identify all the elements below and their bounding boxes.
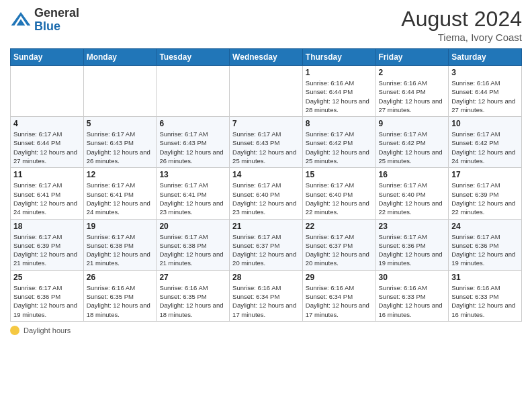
day-info: Sunrise: 6:17 AM Sunset: 6:36 PM Dayligh… [13, 283, 81, 319]
day-number: 4 [13, 119, 81, 128]
day-info: Sunrise: 6:17 AM Sunset: 6:42 PM Dayligh… [451, 130, 519, 165]
day-number: 24 [451, 222, 519, 231]
day-number: 28 [232, 273, 300, 282]
calendar-cell: 19Sunrise: 6:17 AM Sunset: 6:38 PM Dayli… [83, 219, 157, 270]
calendar-week-5: 25Sunrise: 6:17 AM Sunset: 6:36 PM Dayli… [11, 270, 522, 321]
calendar-cell: 31Sunrise: 6:16 AM Sunset: 6:33 PM Dayli… [449, 270, 522, 321]
day-number: 20 [159, 222, 226, 231]
calendar-cell: 26Sunrise: 6:16 AM Sunset: 6:35 PM Dayli… [83, 270, 157, 321]
day-info: Sunrise: 6:16 AM Sunset: 6:44 PM Dayligh… [306, 79, 373, 114]
day-number: 16 [379, 170, 446, 179]
day-number: 30 [379, 273, 446, 282]
calendar-header-row: SundayMondayTuesdayWednesdayThursdayFrid… [11, 49, 522, 66]
day-number: 7 [232, 119, 300, 128]
day-number: 22 [306, 222, 373, 231]
day-info: Sunrise: 6:17 AM Sunset: 6:39 PM Dayligh… [451, 181, 519, 216]
calendar-cell: 21Sunrise: 6:17 AM Sunset: 6:37 PM Dayli… [230, 219, 303, 270]
calendar-week-4: 18Sunrise: 6:17 AM Sunset: 6:39 PM Dayli… [11, 219, 522, 270]
day-number: 5 [87, 119, 154, 128]
day-info: Sunrise: 6:16 AM Sunset: 6:33 PM Dayligh… [451, 283, 519, 319]
day-number: 31 [451, 273, 519, 282]
day-info: Sunrise: 6:17 AM Sunset: 6:36 PM Dayligh… [379, 232, 446, 268]
calendar: SundayMondayTuesdayWednesdayThursdayFrid… [10, 48, 522, 322]
day-info: Sunrise: 6:17 AM Sunset: 6:41 PM Dayligh… [13, 181, 81, 216]
calendar-week-2: 4Sunrise: 6:17 AM Sunset: 6:44 PM Daylig… [11, 117, 522, 168]
calendar-cell: 30Sunrise: 6:16 AM Sunset: 6:33 PM Dayli… [375, 270, 449, 321]
day-info: Sunrise: 6:17 AM Sunset: 6:40 PM Dayligh… [232, 181, 300, 216]
calendar-cell: 25Sunrise: 6:17 AM Sunset: 6:36 PM Dayli… [11, 270, 84, 321]
weekday-header-saturday: Saturday [449, 49, 522, 66]
calendar-cell: 1Sunrise: 6:16 AM Sunset: 6:44 PM Daylig… [302, 66, 375, 117]
legend-sun-icon [10, 326, 19, 335]
day-info: Sunrise: 6:17 AM Sunset: 6:43 PM Dayligh… [87, 130, 154, 165]
day-number: 17 [451, 170, 519, 179]
day-info: Sunrise: 6:17 AM Sunset: 6:38 PM Dayligh… [159, 232, 226, 268]
weekday-header-tuesday: Tuesday [157, 49, 230, 66]
day-number: 13 [159, 170, 226, 179]
day-info: Sunrise: 6:17 AM Sunset: 6:37 PM Dayligh… [306, 232, 373, 268]
day-number: 2 [379, 68, 446, 77]
day-info: Sunrise: 6:17 AM Sunset: 6:43 PM Dayligh… [159, 130, 226, 165]
calendar-week-1: 1Sunrise: 6:16 AM Sunset: 6:44 PM Daylig… [11, 66, 522, 117]
calendar-cell: 15Sunrise: 6:17 AM Sunset: 6:40 PM Dayli… [302, 168, 375, 219]
day-number: 25 [13, 273, 81, 282]
calendar-cell: 4Sunrise: 6:17 AM Sunset: 6:44 PM Daylig… [11, 117, 84, 168]
day-info: Sunrise: 6:17 AM Sunset: 6:42 PM Dayligh… [379, 130, 446, 165]
day-info: Sunrise: 6:17 AM Sunset: 6:41 PM Dayligh… [87, 181, 154, 216]
weekday-header-thursday: Thursday [302, 49, 375, 66]
day-number: 15 [306, 170, 373, 179]
day-number: 27 [159, 273, 226, 282]
day-info: Sunrise: 6:17 AM Sunset: 6:43 PM Dayligh… [232, 130, 300, 165]
logo-text: General Blue [34, 7, 79, 34]
calendar-cell: 3Sunrise: 6:16 AM Sunset: 6:44 PM Daylig… [449, 66, 522, 117]
legend-label: Daylight hours [24, 326, 71, 334]
day-info: Sunrise: 6:17 AM Sunset: 6:37 PM Dayligh… [232, 232, 300, 268]
day-number: 11 [13, 170, 81, 179]
day-number: 8 [306, 119, 373, 128]
day-info: Sunrise: 6:17 AM Sunset: 6:42 PM Dayligh… [306, 130, 373, 165]
calendar-cell [230, 66, 303, 117]
day-info: Sunrise: 6:17 AM Sunset: 6:41 PM Dayligh… [159, 181, 226, 216]
location: Tiema, Ivory Coast [401, 32, 522, 43]
calendar-cell: 10Sunrise: 6:17 AM Sunset: 6:42 PM Dayli… [449, 117, 522, 168]
page: General Blue August 2024 Tiema, Ivory Co… [0, 0, 532, 411]
calendar-cell: 9Sunrise: 6:17 AM Sunset: 6:42 PM Daylig… [375, 117, 449, 168]
weekday-header-sunday: Sunday [11, 49, 84, 66]
calendar-cell [83, 66, 157, 117]
calendar-cell [157, 66, 230, 117]
day-info: Sunrise: 6:16 AM Sunset: 6:33 PM Dayligh… [379, 283, 446, 319]
calendar-cell: 7Sunrise: 6:17 AM Sunset: 6:43 PM Daylig… [230, 117, 303, 168]
logo-blue: Blue [34, 19, 60, 33]
calendar-cell: 2Sunrise: 6:16 AM Sunset: 6:44 PM Daylig… [375, 66, 449, 117]
legend: Daylight hours [10, 326, 522, 335]
calendar-cell: 20Sunrise: 6:17 AM Sunset: 6:38 PM Dayli… [157, 219, 230, 270]
day-number: 3 [451, 68, 519, 77]
calendar-cell: 11Sunrise: 6:17 AM Sunset: 6:41 PM Dayli… [11, 168, 84, 219]
day-number: 14 [232, 170, 300, 179]
calendar-cell: 13Sunrise: 6:17 AM Sunset: 6:41 PM Dayli… [157, 168, 230, 219]
day-info: Sunrise: 6:17 AM Sunset: 6:40 PM Dayligh… [306, 181, 373, 216]
calendar-cell: 6Sunrise: 6:17 AM Sunset: 6:43 PM Daylig… [157, 117, 230, 168]
day-number: 10 [451, 119, 519, 128]
day-info: Sunrise: 6:16 AM Sunset: 6:34 PM Dayligh… [232, 283, 300, 319]
logo-icon [10, 9, 32, 31]
calendar-cell: 28Sunrise: 6:16 AM Sunset: 6:34 PM Dayli… [230, 270, 303, 321]
day-number: 1 [306, 68, 373, 77]
calendar-cell: 24Sunrise: 6:17 AM Sunset: 6:36 PM Dayli… [449, 219, 522, 270]
calendar-cell: 23Sunrise: 6:17 AM Sunset: 6:36 PM Dayli… [375, 219, 449, 270]
calendar-cell: 27Sunrise: 6:16 AM Sunset: 6:35 PM Dayli… [157, 270, 230, 321]
calendar-cell: 29Sunrise: 6:16 AM Sunset: 6:34 PM Dayli… [302, 270, 375, 321]
header: General Blue August 2024 Tiema, Ivory Co… [10, 7, 522, 43]
day-info: Sunrise: 6:16 AM Sunset: 6:35 PM Dayligh… [87, 283, 154, 319]
calendar-cell: 8Sunrise: 6:17 AM Sunset: 6:42 PM Daylig… [302, 117, 375, 168]
day-info: Sunrise: 6:17 AM Sunset: 6:40 PM Dayligh… [379, 181, 446, 216]
day-number: 26 [87, 273, 154, 282]
calendar-cell: 5Sunrise: 6:17 AM Sunset: 6:43 PM Daylig… [83, 117, 157, 168]
day-number: 12 [87, 170, 154, 179]
day-info: Sunrise: 6:16 AM Sunset: 6:35 PM Dayligh… [159, 283, 226, 319]
title-block: August 2024 Tiema, Ivory Coast [401, 7, 522, 43]
day-info: Sunrise: 6:17 AM Sunset: 6:36 PM Dayligh… [451, 232, 519, 268]
weekday-header-friday: Friday [375, 49, 449, 66]
logo-general: General [34, 6, 79, 19]
calendar-cell: 17Sunrise: 6:17 AM Sunset: 6:39 PM Dayli… [449, 168, 522, 219]
